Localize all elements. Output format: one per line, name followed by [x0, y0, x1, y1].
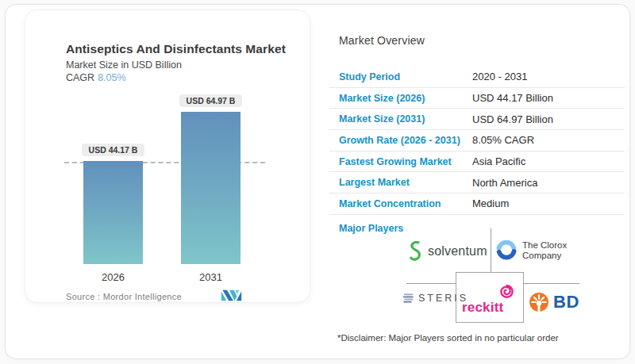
table-row: Market ConcentrationMedium: [329, 193, 625, 215]
logo-divider-vertical: [491, 228, 491, 272]
chart-card: Antiseptics And Disinfectants Market Mar…: [25, 10, 310, 303]
chart-subtitle: Market Size in USD Billion: [66, 59, 182, 71]
row-label: Growth Rate (2026 - 2031): [329, 135, 472, 146]
clorox-wordmark: The Clorox Company: [522, 240, 567, 261]
market-report-widget: Antiseptics And Disinfectants Market Mar…: [0, 0, 635, 364]
clorox-line2: Company: [522, 251, 561, 260]
row-label: Market Concentration: [329, 198, 472, 209]
bar-2026: [83, 161, 143, 264]
disclaimer-text: *Disclaimer: Major Players sorted in no …: [337, 333, 559, 343]
row-label: Market Size (2031): [329, 113, 472, 125]
bd-logo: BD: [529, 292, 579, 312]
row-value: USD 44.17 Billion: [472, 92, 553, 104]
solventum-wordmark: solventum: [428, 244, 487, 259]
bar-group-2031: USD 64.97 B: [181, 94, 241, 264]
row-value: Medium: [472, 197, 509, 209]
overview-title: Market Overview: [339, 34, 425, 47]
source-attribution: Source : Mordor Intelligence: [66, 292, 182, 301]
row-label: Market Size (2026): [329, 93, 472, 104]
row-value: 2020 - 2031: [472, 71, 527, 82]
logo-divider-left: [406, 283, 456, 284]
bd-wordmark: BD: [553, 292, 579, 312]
clorox-line1: The Clorox: [522, 240, 567, 250]
clorox-icon: [496, 240, 517, 261]
bar-2031: [181, 112, 241, 264]
overview-table: Study Period2020 - 2031 Market Size (202…: [329, 67, 625, 215]
table-row: Growth Rate (2026 - 2031)8.05% CAGR: [329, 130, 625, 151]
cagr-label: CAGR: [66, 72, 94, 83]
row-value: North America: [472, 177, 537, 189]
row-value: Asia Pacific: [472, 155, 525, 167]
clorox-logo: The Clorox Company: [496, 240, 567, 261]
major-players-label: Major Players: [339, 223, 403, 234]
table-row: Fastest Growing MarketAsia Pacific: [329, 151, 625, 173]
x-axis-label-2031: 2031: [181, 271, 241, 283]
table-row: Market Size (2026)USD 44.17 Billion: [329, 88, 625, 109]
row-value: 8.05% CAGR: [472, 134, 534, 146]
bar-group-2026: USD 44.17 B: [83, 144, 143, 264]
cagr-value: 8.05%: [98, 72, 125, 83]
steris-wordmark: STERIS: [418, 293, 468, 304]
reckitt-spiral-icon: [498, 282, 516, 301]
logo-divider-right: [524, 283, 579, 284]
table-row: Study Period2020 - 2031: [329, 67, 625, 88]
solventum-icon: [408, 239, 422, 262]
bd-sun-icon: [529, 292, 549, 312]
row-label: Study Period: [329, 71, 472, 82]
bar-value-label-2031: USD 64.97 B: [179, 94, 243, 107]
table-row: Market Size (2031)USD 64.97 Billion: [329, 109, 625, 130]
steris-logo: STERIS: [403, 293, 468, 304]
row-label: Largest Market: [329, 177, 472, 188]
row-value: USD 64.97 Billion: [472, 113, 553, 125]
mordor-intelligence-logo-icon: [221, 289, 242, 302]
x-axis-label-2026: 2026: [83, 271, 143, 283]
row-label: Fastest Growing Market: [329, 156, 472, 167]
steris-icon: [403, 293, 414, 304]
bar-value-label-2026: USD 44.17 B: [82, 144, 145, 156]
cagr-line: CAGR8.05%: [66, 72, 126, 83]
table-row: Largest MarketNorth America: [329, 172, 625, 193]
chart-title: Antiseptics And Disinfectants Market: [66, 42, 286, 56]
solventum-logo: solventum: [408, 239, 487, 262]
